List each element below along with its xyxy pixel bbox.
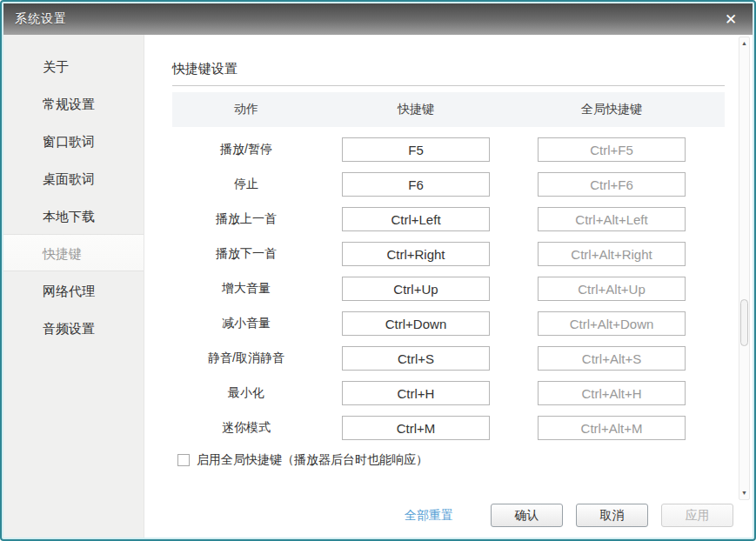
hotkey-row: 静音/取消静音 — [172, 341, 725, 376]
global-hotkey-input-stop[interactable] — [538, 172, 686, 197]
hotkey-input-play-pause[interactable] — [342, 137, 490, 162]
hotkey-input-prev-track[interactable] — [342, 207, 490, 231]
cancel-button[interactable]: 取消 — [576, 504, 648, 527]
column-header-global-hotkey: 全局快捷键 — [538, 102, 686, 117]
close-icon: ✕ — [725, 10, 737, 29]
settings-window: 系统设置 ✕ 关于常规设置窗口歌词桌面歌词本地下载快捷键网络代理音频设置 快捷键… — [0, 0, 756, 541]
title-divider — [172, 85, 725, 86]
global-hotkey-input-mute[interactable] — [538, 346, 686, 371]
hotkey-input-stop[interactable] — [342, 172, 490, 197]
action-label: 静音/取消静音 — [172, 351, 320, 366]
hotkey-row: 增大音量 — [172, 271, 725, 306]
hotkey-row: 播放下一首 — [172, 237, 725, 271]
global-hotkey-input-play-pause[interactable] — [538, 137, 686, 162]
action-label: 播放/暂停 — [172, 142, 320, 157]
sidebar-item-window-lyrics[interactable]: 窗口歌词 — [3, 122, 144, 159]
window-title: 系统设置 — [3, 11, 67, 27]
action-label: 停止 — [172, 177, 320, 192]
hotkey-input-mini-mode[interactable] — [342, 416, 490, 440]
column-header-hotkey: 快捷键 — [342, 102, 490, 117]
global-hotkey-input-minimize[interactable] — [538, 381, 686, 405]
sidebar-item-hotkeys[interactable]: 快捷键 — [3, 234, 144, 271]
global-hotkey-input-prev-track[interactable] — [538, 207, 686, 231]
content-panel: 快捷键设置 动作 快捷键 全局快捷键 播放/暂停 停止 播放上一首 播放下一首 … — [144, 35, 753, 538]
hotkey-rows: 播放/暂停 停止 播放上一首 播放下一首 增大音量 减小音量 静音/取消静音 最… — [172, 132, 753, 445]
action-label: 最小化 — [172, 385, 320, 401]
action-label: 迷你模式 — [172, 420, 320, 436]
sidebar-item-network-proxy[interactable]: 网络代理 — [3, 271, 144, 309]
scrollbar[interactable]: ▲ ▼ — [739, 37, 750, 500]
global-hotkey-option: 启用全局快捷键（播放器后台时也能响应） — [172, 452, 753, 468]
action-label: 播放上一首 — [172, 211, 320, 227]
sidebar: 关于常规设置窗口歌词桌面歌词本地下载快捷键网络代理音频设置 — [3, 35, 144, 538]
global-hotkey-input-volume-up[interactable] — [538, 277, 686, 301]
scrollbar-thumb[interactable] — [740, 299, 748, 346]
sidebar-item-general[interactable]: 常规设置 — [3, 84, 144, 122]
global-hotkey-input-mini-mode[interactable] — [538, 416, 686, 440]
hotkey-row: 迷你模式 — [172, 411, 725, 445]
action-label: 减小音量 — [172, 316, 320, 331]
hotkey-row: 停止 — [172, 167, 725, 202]
hotkey-input-minimize[interactable] — [342, 381, 490, 405]
hotkey-input-mute[interactable] — [342, 346, 490, 371]
table-header: 动作 快捷键 全局快捷键 — [172, 92, 725, 127]
enable-global-hotkeys-checkbox[interactable] — [177, 454, 190, 466]
hotkey-row: 最小化 — [172, 376, 725, 411]
sidebar-item-desktop-lyrics[interactable]: 桌面歌词 — [3, 159, 144, 197]
hotkey-input-volume-down[interactable] — [342, 311, 490, 336]
global-hotkey-input-volume-down[interactable] — [538, 311, 686, 336]
title-bar: 系统设置 ✕ — [3, 3, 753, 35]
column-header-action: 动作 — [172, 102, 320, 117]
apply-button[interactable]: 应用 — [661, 504, 733, 527]
hotkey-input-next-track[interactable] — [342, 242, 490, 266]
global-hotkey-input-next-track[interactable] — [538, 242, 686, 266]
action-label: 增大音量 — [172, 281, 320, 297]
page-title: 快捷键设置 — [172, 61, 753, 77]
window-body: 关于常规设置窗口歌词桌面歌词本地下载快捷键网络代理音频设置 快捷键设置 动作 快… — [3, 35, 753, 538]
confirm-button[interactable]: 确认 — [491, 504, 563, 527]
sidebar-item-about[interactable]: 关于 — [3, 47, 144, 84]
hotkey-input-volume-up[interactable] — [342, 277, 490, 301]
hotkey-row: 播放/暂停 — [172, 132, 725, 167]
scroll-up-icon[interactable]: ▲ — [739, 38, 749, 49]
sidebar-item-audio[interactable]: 音频设置 — [3, 309, 144, 346]
action-label: 播放下一首 — [172, 246, 320, 262]
enable-global-hotkeys-label: 启用全局快捷键（播放器后台时也能响应） — [197, 452, 428, 468]
footer-actions: 全部重置 确认 取消 应用 — [405, 504, 733, 527]
reset-all-link[interactable]: 全部重置 — [405, 508, 453, 524]
scroll-down-icon[interactable]: ▼ — [739, 488, 749, 498]
hotkey-row: 播放上一首 — [172, 202, 725, 237]
hotkey-row: 减小音量 — [172, 306, 725, 341]
sidebar-item-local-download[interactable]: 本地下载 — [3, 197, 144, 234]
close-button[interactable]: ✕ — [718, 3, 744, 35]
